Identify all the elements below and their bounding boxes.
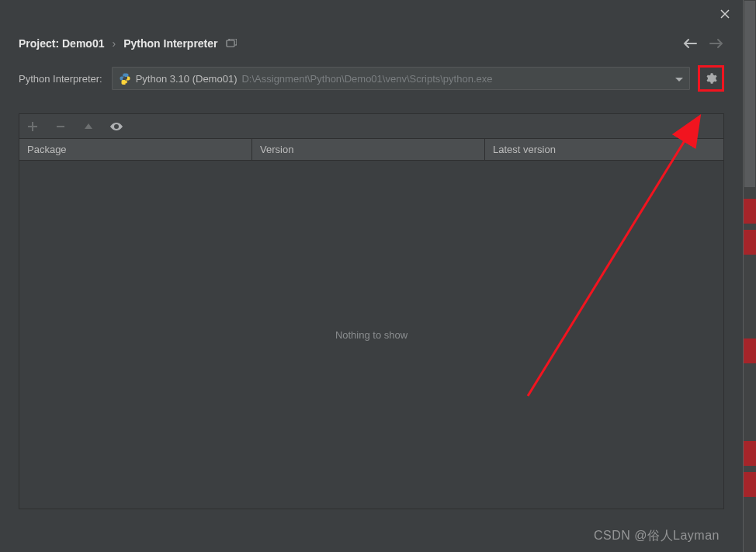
column-package[interactable]: Package — [19, 139, 252, 160]
packages-panel: Package Version Latest version Nothing t… — [19, 113, 724, 509]
interpreter-dropdown[interactable]: Python 3.10 (Demo01) D:\Assignment\Pytho… — [112, 67, 690, 90]
close-button[interactable] — [707, 0, 743, 28]
triangle-up-icon — [84, 122, 93, 131]
scrollbar-marker — [744, 472, 756, 497]
forward-button[interactable] — [709, 36, 724, 51]
reset-icon[interactable] — [226, 39, 237, 48]
scrollbar-thumb[interactable] — [744, 1, 755, 187]
show-early-releases-button[interactable] — [109, 120, 123, 134]
scrollbar-marker — [744, 441, 756, 466]
titlebar — [0, 0, 743, 28]
interpreter-settings-button[interactable] — [701, 68, 721, 89]
plus-icon — [27, 121, 38, 132]
interpreter-label: Python Interpreter: — [19, 73, 102, 85]
upgrade-package-button[interactable] — [81, 120, 95, 134]
packages-body: Nothing to show — [19, 161, 723, 509]
column-latest[interactable]: Latest version — [485, 139, 723, 160]
svg-rect-0 — [227, 40, 234, 47]
remove-package-button[interactable] — [54, 120, 68, 134]
interpreter-path: D:\Assignment\Python\Demo01\venv\Scripts… — [241, 73, 492, 85]
breadcrumb-row: Project: Demo01 › Python Interpreter — [0, 28, 743, 59]
eye-icon — [109, 122, 123, 131]
interpreter-name: Python 3.10 (Demo01) — [136, 73, 238, 85]
settings-window: Project: Demo01 › Python Interpreter Pyt… — [0, 0, 744, 552]
gear-button-highlight — [698, 65, 724, 92]
minus-icon — [55, 121, 66, 132]
nav-arrows — [682, 36, 724, 51]
python-icon — [119, 72, 131, 85]
packages-header: Package Version Latest version — [19, 139, 723, 161]
back-button[interactable] — [682, 36, 698, 51]
scrollbar-track[interactable] — [744, 0, 756, 552]
empty-text: Nothing to show — [335, 329, 407, 341]
arrow-right-icon — [709, 38, 723, 49]
column-version[interactable]: Version — [252, 139, 485, 160]
watermark: CSDN @俗人Layman — [594, 528, 720, 544]
breadcrumb-page[interactable]: Python Interpreter — [123, 37, 217, 50]
arrow-left-icon — [683, 38, 697, 49]
scrollbar-marker — [744, 199, 756, 224]
scrollbar-marker — [744, 338, 756, 363]
breadcrumb: Project: Demo01 › Python Interpreter — [19, 37, 237, 50]
packages-toolbar — [19, 114, 723, 139]
breadcrumb-project[interactable]: Project: Demo01 — [19, 37, 104, 50]
scrollbar-marker — [744, 230, 756, 255]
breadcrumb-separator: › — [112, 37, 116, 50]
gear-icon — [705, 72, 717, 85]
chevron-down-icon — [675, 73, 683, 85]
add-package-button[interactable] — [26, 120, 40, 134]
close-icon — [720, 9, 730, 19]
interpreter-row: Python Interpreter: Python 3.10 (Demo01)… — [0, 59, 743, 98]
